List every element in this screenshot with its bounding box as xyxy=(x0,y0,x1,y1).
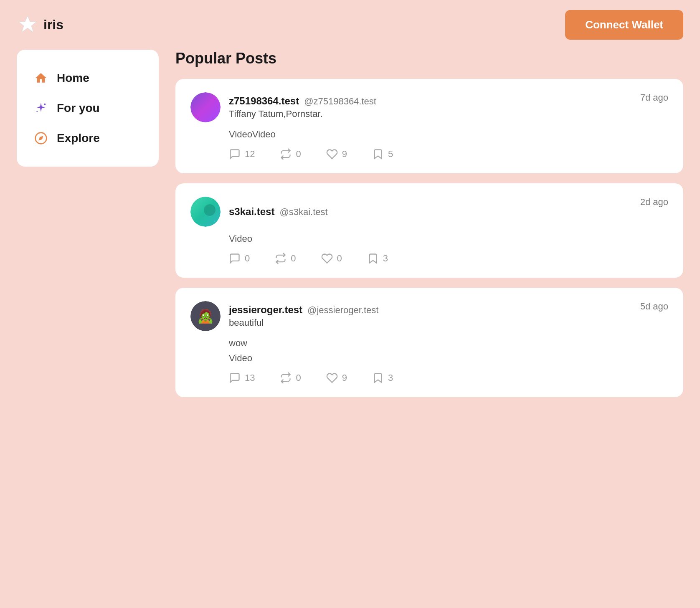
heart-icon xyxy=(326,148,338,160)
comment-action[interactable]: 0 xyxy=(229,253,250,264)
like-action[interactable]: 9 xyxy=(326,148,347,160)
avatar xyxy=(190,197,221,227)
sidebar-item-for-you[interactable]: For you xyxy=(28,93,147,123)
main-layout: Home For you Explore xyxy=(0,50,700,407)
post-content: VideoVideo xyxy=(190,129,668,140)
bookmark-count: 3 xyxy=(383,253,388,264)
user-display-name: z75198364.test xyxy=(229,95,299,107)
post-header: s3kai.test @s3kai.test 2d ago xyxy=(190,197,668,227)
post-time: 5d ago xyxy=(640,301,668,312)
sidebar-item-home-label: Home xyxy=(57,71,89,85)
post-header: 🧟 jessieroger.test @jessieroger.test bea… xyxy=(190,301,668,331)
comment-action[interactable]: 12 xyxy=(229,148,255,160)
repost-count: 0 xyxy=(296,149,301,160)
repost-action[interactable]: 0 xyxy=(275,253,296,264)
like-count: 0 xyxy=(337,253,342,264)
sparkle-icon xyxy=(33,101,48,116)
sidebar-item-for-you-label: For you xyxy=(57,101,100,115)
post-user-info: z75198364.test @z75198364.test Tiffany T… xyxy=(190,92,376,122)
connect-wallet-button[interactable]: Connect Wallet xyxy=(565,10,683,40)
sidebar: Home For you Explore xyxy=(17,50,159,167)
repost-icon xyxy=(280,148,292,160)
post-text-line2: Video xyxy=(229,353,668,364)
post-text-line1: wow xyxy=(229,338,668,349)
post-actions: 12 0 9 xyxy=(190,148,668,160)
comment-icon xyxy=(229,372,241,384)
user-bio: Tiffany Tatum,Pornstar. xyxy=(229,109,376,119)
sidebar-item-explore-label: Explore xyxy=(57,132,100,145)
bookmark-action[interactable]: 3 xyxy=(372,372,393,384)
user-details: s3kai.test @s3kai.test xyxy=(229,206,328,218)
bookmark-icon xyxy=(372,372,384,384)
svg-marker-4 xyxy=(38,136,43,140)
bookmark-icon xyxy=(372,148,384,160)
avatar-emoji: 🧟 xyxy=(197,308,214,324)
post-user-info: 🧟 jessieroger.test @jessieroger.test bea… xyxy=(190,301,378,331)
user-bio: beautiful xyxy=(229,317,378,328)
repost-count: 0 xyxy=(296,372,301,383)
bookmark-count: 3 xyxy=(388,372,393,383)
comment-icon xyxy=(229,148,241,160)
user-display-name: s3kai.test xyxy=(229,206,274,218)
svg-marker-0 xyxy=(19,16,36,32)
bookmark-count: 5 xyxy=(388,149,393,160)
user-details: jessieroger.test @jessieroger.test beaut… xyxy=(229,304,378,328)
post-content: Video xyxy=(190,233,668,244)
avatar: 🧟 xyxy=(190,301,221,331)
post-card: 🧟 jessieroger.test @jessieroger.test bea… xyxy=(175,288,683,397)
post-card: s3kai.test @s3kai.test 2d ago Video 0 xyxy=(175,183,683,278)
post-header: z75198364.test @z75198364.test Tiffany T… xyxy=(190,92,668,122)
post-actions: 13 0 9 xyxy=(190,372,668,384)
user-display-name: jessieroger.test xyxy=(229,304,302,316)
iris-logo-icon xyxy=(17,14,38,36)
comment-count: 0 xyxy=(245,253,250,264)
user-handle: @s3kai.test xyxy=(279,207,327,218)
post-text: VideoVideo xyxy=(229,129,276,139)
user-handle: @z75198364.test xyxy=(304,96,376,107)
repost-action[interactable]: 0 xyxy=(280,148,301,160)
heart-icon xyxy=(321,253,333,264)
sidebar-item-explore[interactable]: Explore xyxy=(28,123,147,153)
svg-point-1 xyxy=(44,104,46,105)
bookmark-action[interactable]: 3 xyxy=(367,253,388,264)
user-details: z75198364.test @z75198364.test Tiffany T… xyxy=(229,95,376,119)
like-count: 9 xyxy=(342,149,347,160)
user-handle: @jessieroger.test xyxy=(307,305,378,316)
bookmark-action[interactable]: 5 xyxy=(372,148,393,160)
heart-icon xyxy=(326,372,338,384)
post-time: 2d ago xyxy=(640,197,668,208)
avatar xyxy=(190,92,221,122)
comment-count: 13 xyxy=(245,372,255,383)
repost-action[interactable]: 0 xyxy=(280,372,301,384)
comment-icon xyxy=(229,253,241,264)
main-content: Popular Posts z75198364.test @z75198364.… xyxy=(175,50,683,407)
app-title: iris xyxy=(43,17,63,33)
svg-point-2 xyxy=(36,111,38,112)
repost-icon xyxy=(280,372,292,384)
post-time: 7d ago xyxy=(640,92,668,103)
logo-area: iris xyxy=(17,14,63,36)
like-count: 9 xyxy=(342,372,347,383)
like-action[interactable]: 9 xyxy=(326,372,347,384)
post-user-info: s3kai.test @s3kai.test xyxy=(190,197,328,227)
post-actions: 0 0 0 xyxy=(190,253,668,264)
home-icon xyxy=(33,71,48,86)
header: iris Connect Wallet xyxy=(0,0,700,50)
user-name-row: jessieroger.test @jessieroger.test xyxy=(229,304,378,316)
post-text: Video xyxy=(229,233,252,244)
repost-icon xyxy=(275,253,287,264)
post-card: z75198364.test @z75198364.test Tiffany T… xyxy=(175,79,683,173)
post-content: wow Video xyxy=(190,338,668,364)
comment-count: 12 xyxy=(245,149,255,160)
user-name-row: z75198364.test @z75198364.test xyxy=(229,95,376,107)
sidebar-item-home[interactable]: Home xyxy=(28,63,147,93)
like-action[interactable]: 0 xyxy=(321,253,342,264)
compass-icon xyxy=(33,131,48,146)
user-name-row: s3kai.test @s3kai.test xyxy=(229,206,328,218)
bookmark-icon xyxy=(367,253,379,264)
section-title: Popular Posts xyxy=(175,50,683,67)
comment-action[interactable]: 13 xyxy=(229,372,255,384)
repost-count: 0 xyxy=(291,253,296,264)
